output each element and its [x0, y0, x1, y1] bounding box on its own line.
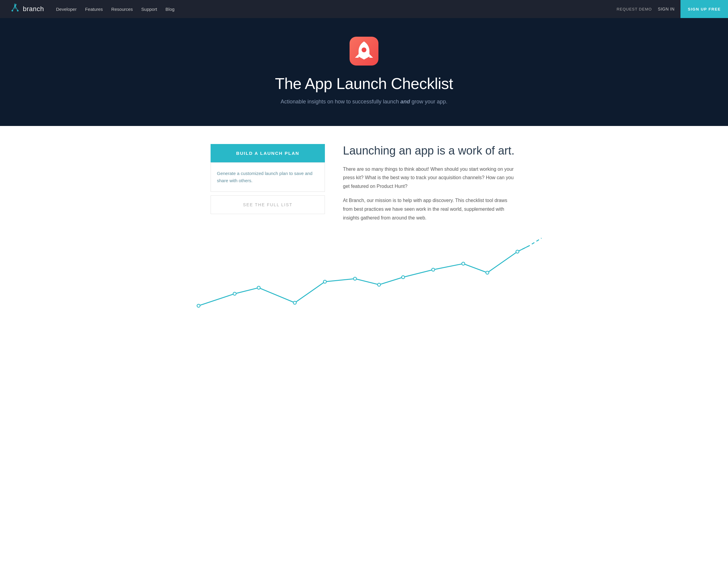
svg-point-13	[293, 301, 296, 304]
rocket-icon	[349, 36, 379, 66]
main-content: BUILD A LAUNCH PLAN Generate a customize…	[199, 126, 529, 228]
hero-subtitle-bold: and	[400, 99, 410, 105]
nav-actions: REQUEST DEMO SIGN IN SIGN UP FREE	[617, 0, 718, 18]
svg-point-20	[486, 271, 489, 274]
nav-resources[interactable]: Resources	[111, 7, 133, 12]
svg-point-16	[378, 283, 381, 286]
nav-features[interactable]: Features	[85, 7, 103, 12]
right-column: Launching an app is a work of art. There…	[343, 144, 517, 228]
svg-point-19	[462, 262, 465, 265]
nav-links: Developer Features Resources Support Blo…	[56, 7, 616, 12]
right-para-1: There are so many things to think about!…	[343, 165, 517, 191]
svg-point-18	[432, 268, 435, 271]
brand-logo[interactable]: branch	[10, 4, 44, 14]
svg-point-17	[402, 276, 405, 279]
signup-button[interactable]: SIGN UP FREE	[680, 0, 728, 18]
svg-point-14	[323, 280, 326, 283]
navbar: branch Developer Features Resources Supp…	[0, 0, 728, 18]
nav-support[interactable]: Support	[141, 7, 157, 12]
launch-plan-description: Generate a customized launch plan to sav…	[211, 162, 325, 192]
chart-area	[0, 234, 728, 319]
sign-in-link[interactable]: SIGN IN	[658, 7, 675, 11]
branch-logo-icon	[10, 4, 20, 14]
svg-point-12	[257, 286, 260, 289]
see-full-list-button[interactable]: SEE THE FULL LIST	[211, 196, 325, 214]
svg-line-4	[15, 6, 18, 11]
hero-title: The App Launch Checklist	[6, 75, 722, 93]
nav-blog[interactable]: Blog	[165, 7, 174, 12]
svg-point-11	[233, 292, 236, 295]
svg-point-10	[197, 304, 200, 307]
svg-line-3	[12, 6, 15, 11]
hero-subtitle-before: Actionable insights on how to successful…	[281, 99, 400, 105]
request-demo-link[interactable]: REQUEST DEMO	[617, 7, 652, 11]
brand-name: branch	[23, 5, 44, 13]
right-para-2: At Branch, our mission is to help with a…	[343, 196, 517, 222]
build-launch-plan-button[interactable]: BUILD A LAUNCH PLAN	[211, 144, 325, 162]
hero-subtitle: Actionable insights on how to successful…	[6, 99, 722, 105]
right-heading: Launching an app is a work of art.	[343, 144, 517, 158]
hero-subtitle-after: grow your app.	[410, 99, 447, 105]
nav-developer[interactable]: Developer	[56, 7, 76, 12]
svg-point-15	[353, 277, 356, 280]
growth-chart	[0, 234, 728, 318]
svg-point-9	[362, 48, 366, 52]
launch-plan-desc-text: Generate a customized launch plan to sav…	[217, 170, 319, 184]
left-column: BUILD A LAUNCH PLAN Generate a customize…	[211, 144, 325, 214]
hero-section: The App Launch Checklist Actionable insi…	[0, 18, 728, 126]
svg-point-21	[516, 250, 519, 253]
